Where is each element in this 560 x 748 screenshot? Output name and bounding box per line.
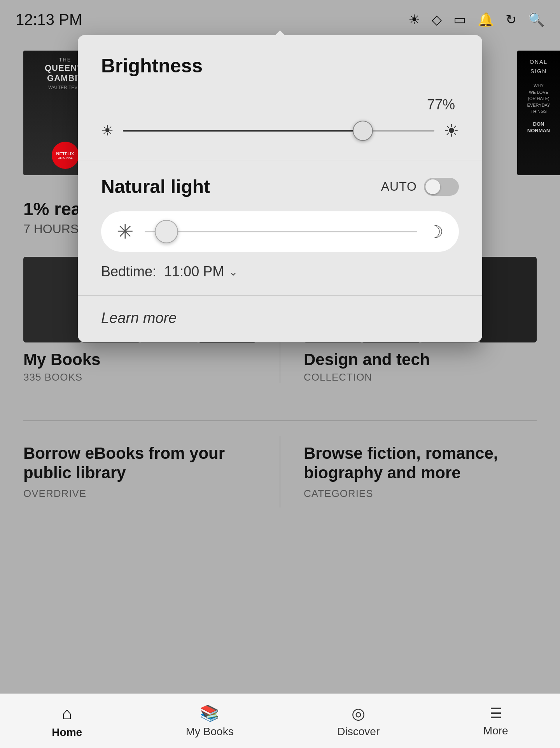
bedtime-label: Bedtime:	[101, 263, 156, 280]
brightness-value: 77%	[101, 97, 459, 113]
popup-arrow	[273, 30, 287, 37]
warm-slider-container: ✳ ☽	[101, 211, 459, 252]
warmth-slider-track[interactable]	[145, 231, 417, 232]
bedtime-time: 11:00 PM	[164, 263, 224, 280]
natural-light-toggle[interactable]	[424, 178, 459, 196]
brightness-section: Brightness 77% ☀ ☀	[78, 35, 482, 160]
brightness-popup: Brightness 77% ☀ ☀ Natural light AUTO	[78, 35, 482, 342]
warmth-min-icon: ✳	[117, 220, 134, 243]
warmth-slider-thumb[interactable]	[155, 220, 178, 243]
brightness-slider-fill	[123, 130, 363, 132]
toggle-group: AUTO	[381, 178, 459, 196]
natural-light-section: Natural light AUTO ✳ ☽ Bedtime:	[78, 160, 482, 296]
learn-more-link[interactable]: Learn more	[101, 310, 177, 326]
natural-light-header: Natural light AUTO	[101, 176, 459, 197]
auto-label: AUTO	[381, 179, 417, 194]
bedtime-row: Bedtime: 11:00 PM ⌄	[101, 263, 459, 280]
brightness-slider-thumb[interactable]	[353, 121, 373, 141]
brightness-min-icon: ☀	[101, 123, 114, 139]
learn-more-section: Learn more	[78, 296, 482, 342]
toggle-knob	[425, 179, 440, 194]
brightness-slider-track[interactable]	[123, 130, 434, 132]
chevron-down-icon: ⌄	[229, 265, 238, 278]
brightness-max-icon: ☀	[444, 121, 459, 140]
warmth-max-icon: ☽	[428, 222, 443, 242]
popup-overlay: Brightness 77% ☀ ☀ Natural light AUTO	[0, 0, 560, 748]
brightness-slider-row: ☀ ☀	[101, 121, 459, 140]
natural-light-title: Natural light	[101, 176, 210, 197]
brightness-title: Brightness	[101, 54, 459, 77]
bedtime-dropdown[interactable]: 11:00 PM ⌄	[164, 263, 238, 280]
